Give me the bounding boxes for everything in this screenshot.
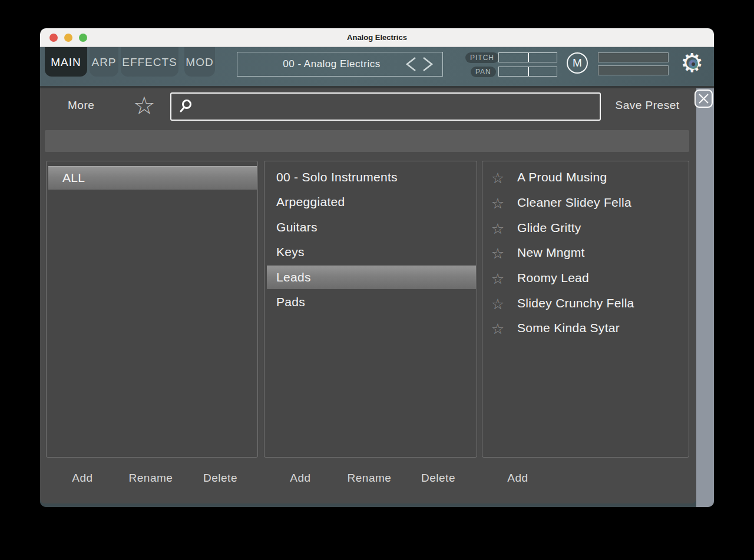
category-add-button[interactable]: Add — [290, 468, 310, 488]
presets-column: ☆ A Proud Musing ☆ Cleaner Slidey Fella … — [482, 161, 689, 458]
tab-arp[interactable]: ARP — [90, 47, 118, 77]
settings-button[interactable]: ⚙ — [680, 51, 706, 77]
preset-item[interactable]: Slidey Crunchy Fella — [517, 291, 634, 315]
level-meter-right — [598, 65, 669, 75]
preset-item[interactable]: A Proud Musing — [517, 165, 607, 189]
favorite-star-icon[interactable]: ☆ — [489, 291, 507, 315]
favorite-star-icon[interactable]: ☆ — [489, 216, 507, 240]
category-item-label: Leads — [276, 266, 311, 289]
category-item[interactable]: 00 - Solo Instruments — [276, 165, 398, 189]
preset-item[interactable]: New Mngmt — [517, 241, 585, 264]
plugin-header: MAIN ARP EFFECTS MOD 00 - Analog Electri… — [40, 47, 714, 88]
browser-scrollbar[interactable] — [696, 88, 714, 507]
pitch-slider[interactable] — [498, 52, 557, 62]
search-icon — [176, 98, 196, 115]
browser-panel: More ☆ Save Preset ALL 00 - Solo Instrum… — [40, 88, 696, 503]
pan-slider-handle[interactable] — [528, 67, 529, 76]
bank-add-button[interactable]: Add — [72, 468, 92, 488]
titlebar: Analog Electrics — [40, 28, 714, 47]
search-input[interactable] — [196, 100, 600, 114]
preset-item[interactable]: Roomy Lead — [517, 266, 589, 290]
tab-mod[interactable]: MOD — [184, 47, 215, 77]
pan-label: PAN — [471, 67, 496, 77]
window-title: Analog Electrics — [40, 28, 714, 47]
favorites-filter-star-icon[interactable]: ☆ — [133, 92, 156, 120]
mute-button[interactable]: M — [567, 52, 588, 74]
gear-center-hole — [692, 62, 695, 66]
pitch-slider-handle[interactable] — [528, 53, 529, 62]
preset-item[interactable]: Some Kinda Sytar — [517, 316, 620, 340]
plugin-window: Analog Electrics MAIN ARP EFFECTS MOD 00… — [40, 28, 714, 507]
category-delete-button[interactable]: Delete — [421, 468, 455, 488]
pan-slider[interactable] — [498, 67, 557, 77]
preset-item[interactable]: Glide Gritty — [517, 216, 581, 240]
preset-prev-next-icons[interactable] — [402, 56, 438, 72]
bank-item-label: ALL — [62, 166, 85, 190]
favorite-star-icon[interactable]: ☆ — [489, 191, 507, 214]
category-item[interactable]: Guitars — [276, 216, 318, 239]
tab-main[interactable]: MAIN — [45, 47, 87, 77]
close-browser-button[interactable] — [695, 90, 713, 108]
bank-item-selected[interactable]: ALL — [48, 166, 257, 190]
search-box[interactable] — [170, 92, 601, 121]
favorite-star-icon[interactable]: ☆ — [489, 165, 507, 189]
category-item[interactable]: Pads — [276, 290, 305, 314]
preset-add-button[interactable]: Add — [507, 468, 528, 488]
filter-tag-bar — [45, 130, 689, 152]
banks-column: ALL — [46, 161, 258, 458]
pitch-label: PITCH — [465, 52, 499, 63]
bank-delete-button[interactable]: Delete — [203, 468, 237, 488]
save-preset-button[interactable]: Save Preset — [609, 99, 686, 112]
favorite-star-icon[interactable]: ☆ — [489, 241, 507, 264]
favorite-star-icon[interactable]: ☆ — [489, 316, 507, 340]
bank-rename-button[interactable]: Rename — [129, 468, 173, 488]
favorite-star-icon[interactable]: ☆ — [489, 266, 507, 290]
tab-effects[interactable]: EFFECTS — [121, 47, 178, 77]
more-button[interactable]: More — [68, 99, 109, 112]
preset-name: 00 - Analog Electrics — [237, 58, 402, 70]
level-meter-left — [598, 52, 669, 62]
category-item[interactable]: Arpeggiated — [276, 190, 345, 214]
category-item[interactable]: Keys — [276, 240, 305, 264]
close-icon — [696, 91, 712, 107]
categories-column: 00 - Solo Instruments Arpeggiated Guitar… — [264, 161, 477, 458]
preset-browser: More ☆ Save Preset ALL 00 - Solo Instrum… — [40, 88, 714, 507]
category-rename-button[interactable]: Rename — [348, 468, 392, 488]
preset-selector[interactable]: 00 - Analog Electrics — [237, 52, 443, 77]
category-item-selected[interactable]: Leads — [267, 266, 476, 289]
preset-item[interactable]: Cleaner Slidey Fella — [517, 191, 631, 214]
